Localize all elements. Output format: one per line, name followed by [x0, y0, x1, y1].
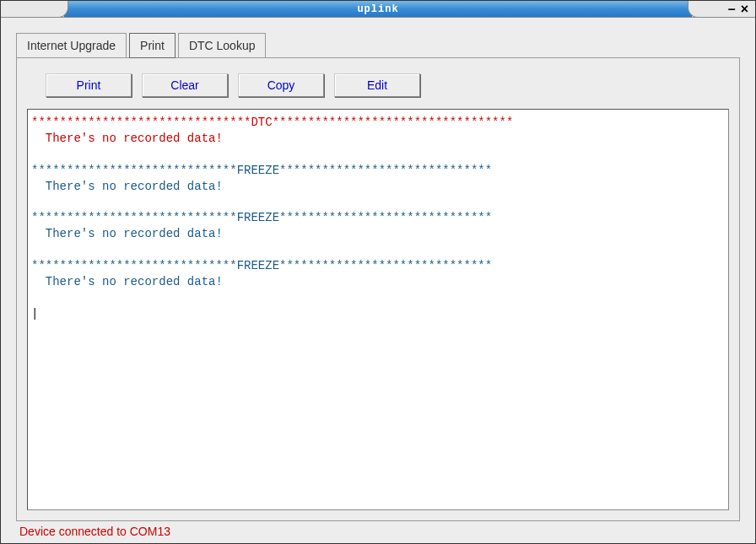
freeze-body-2: There's no recorded data! [31, 227, 223, 240]
tabs-row: Internet Upgrade Print DTC Lookup [16, 33, 740, 58]
titlebar-left-decoration [1, 1, 68, 18]
status-bar: Device connected to COM13 [16, 521, 740, 538]
output-text-area[interactable]: *******************************DTC******… [27, 109, 729, 510]
dtc-body: There's no recorded data! [31, 132, 223, 145]
status-text: Device connected to COM13 [19, 525, 170, 538]
dtc-header: *******************************DTC******… [31, 116, 513, 129]
freeze-header-1: *****************************FREEZE*****… [31, 164, 492, 177]
buttons-row: Print Clear Copy Edit [27, 73, 729, 97]
clear-button[interactable]: Clear [142, 73, 228, 97]
freeze-header-3: *****************************FREEZE*****… [31, 259, 492, 272]
freeze-body-3: There's no recorded data! [31, 275, 223, 288]
edit-button[interactable]: Edit [334, 73, 420, 97]
minimize-button[interactable]: – [728, 2, 736, 17]
tab-dtc-lookup[interactable]: DTC Lookup [178, 33, 267, 58]
text-cursor: | [31, 307, 38, 320]
titlebar-right-controls: – × [688, 1, 755, 18]
close-button[interactable]: × [741, 2, 748, 17]
app-window: uplink – × Internet Upgrade Print DTC Lo… [0, 0, 756, 544]
print-button[interactable]: Print [46, 73, 132, 97]
tab-panel: Print Clear Copy Edit ******************… [16, 57, 740, 521]
titlebar: uplink – × [1, 1, 755, 18]
window-title: uplink [357, 3, 398, 15]
tab-print[interactable]: Print [129, 33, 176, 58]
freeze-body-1: There's no recorded data! [31, 180, 223, 193]
client-area: Internet Upgrade Print DTC Lookup Print … [1, 18, 755, 543]
freeze-header-2: *****************************FREEZE*****… [31, 211, 492, 224]
titlebar-center: uplink [64, 1, 692, 17]
copy-button[interactable]: Copy [238, 73, 324, 97]
tab-internet-upgrade[interactable]: Internet Upgrade [16, 33, 127, 58]
